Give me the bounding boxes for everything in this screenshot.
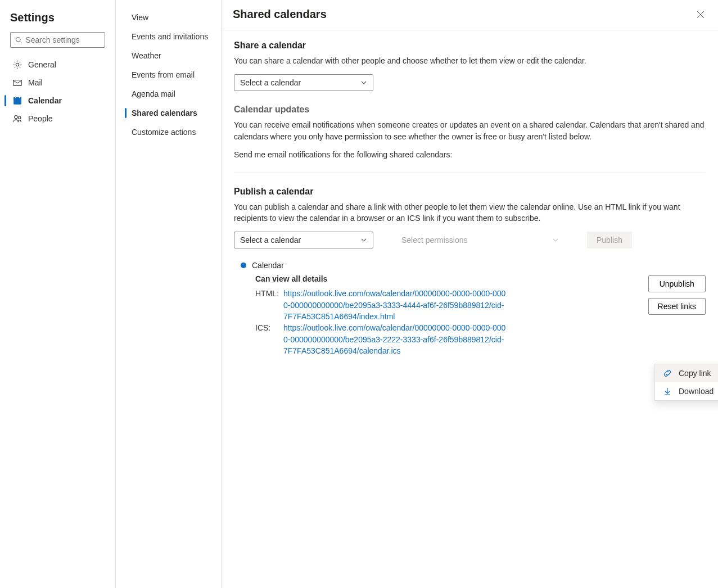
publish-desc: You can publish a calendar and share a l… bbox=[234, 201, 706, 224]
ics-label: ICS: bbox=[255, 322, 283, 356]
updates-heading: Calendar updates bbox=[234, 105, 706, 115]
nav-label: Calendar bbox=[28, 96, 62, 105]
publish-button: Publish bbox=[587, 232, 632, 248]
section-publish-calendar: Publish a calendar You can publish a cal… bbox=[234, 187, 706, 356]
context-download-label: Download bbox=[679, 387, 714, 396]
ics-link[interactable]: https://outlook.live.com/owa/calendar/00… bbox=[283, 322, 508, 356]
publish-heading: Publish a calendar bbox=[234, 187, 706, 197]
primary-nav: Settings General Mail Calendar People bbox=[0, 0, 116, 588]
nav-item-calendar[interactable]: Calendar bbox=[0, 92, 115, 110]
subnav-agenda-mail[interactable]: Agenda mail bbox=[116, 84, 221, 103]
context-download[interactable]: Download bbox=[655, 382, 718, 400]
calendar-row: Calendar bbox=[241, 261, 640, 270]
nav-label: People bbox=[28, 114, 53, 123]
ics-link-row: ICS: https://outlook.live.com/owa/calend… bbox=[241, 322, 640, 356]
subnav-events-invitations[interactable]: Events and invitations bbox=[116, 27, 221, 46]
html-label: HTML: bbox=[255, 288, 283, 322]
search-box[interactable] bbox=[10, 32, 105, 48]
svg-point-2 bbox=[16, 63, 19, 66]
nav-item-general[interactable]: General bbox=[0, 56, 115, 74]
share-heading: Share a calendar bbox=[234, 40, 706, 51]
calendar-name: Calendar bbox=[252, 261, 284, 270]
nav-label: General bbox=[28, 60, 56, 69]
updates-sub: Send me email notifications for the foll… bbox=[234, 150, 706, 159]
nav-item-people[interactable]: People bbox=[0, 110, 115, 128]
context-copy-label: Copy link bbox=[679, 369, 711, 378]
calendar-color-dot bbox=[241, 263, 246, 268]
people-icon bbox=[12, 114, 22, 124]
published-calendar-info: Calendar Can view all details HTML: http… bbox=[234, 261, 640, 356]
link-icon bbox=[663, 369, 672, 378]
publish-controls: Select a calendar Select permissions Pub… bbox=[234, 232, 706, 248]
calendar-icon bbox=[12, 96, 22, 106]
calendar-permission: Can view all details bbox=[241, 274, 640, 283]
publish-permissions-dropdown: Select permissions bbox=[396, 232, 565, 248]
content-pane: Shared calendars Share a calendar You ca… bbox=[222, 0, 718, 588]
subnav-weather[interactable]: Weather bbox=[116, 46, 221, 65]
nav-label: Mail bbox=[28, 78, 43, 87]
svg-rect-5 bbox=[14, 98, 21, 100]
section-calendar-updates: Calendar updates You can receive email n… bbox=[234, 105, 706, 159]
subnav-shared-calendars[interactable]: Shared calendars bbox=[116, 103, 221, 123]
html-link-row: HTML: https://outlook.live.com/owa/calen… bbox=[241, 288, 640, 322]
updates-desc: You can receive email notifications when… bbox=[234, 119, 706, 142]
svg-point-9 bbox=[18, 116, 21, 119]
dropdown-label: Select a calendar bbox=[240, 78, 301, 87]
close-button[interactable] bbox=[694, 8, 707, 21]
chevron-down-icon bbox=[360, 237, 367, 243]
content-body: Share a calendar You can share a calenda… bbox=[222, 30, 718, 380]
html-link[interactable]: https://outlook.live.com/owa/calendar/00… bbox=[283, 288, 508, 322]
chevron-down-icon bbox=[360, 79, 367, 86]
subnav-events-from-email[interactable]: Events from email bbox=[116, 65, 221, 84]
svg-line-1 bbox=[20, 41, 21, 43]
gear-icon bbox=[12, 60, 22, 70]
link-context-menu: Copy link Download bbox=[654, 364, 718, 401]
svg-point-0 bbox=[16, 37, 21, 42]
nav-item-mail[interactable]: Mail bbox=[0, 74, 115, 92]
search-icon bbox=[15, 36, 22, 44]
reset-links-button[interactable]: Reset links bbox=[648, 298, 706, 315]
context-copy-link[interactable]: Copy link bbox=[655, 364, 718, 382]
section-divider bbox=[234, 173, 706, 173]
secondary-nav: View Events and invitations Weather Even… bbox=[116, 0, 222, 588]
published-calendar-item: Calendar Can view all details HTML: http… bbox=[234, 261, 706, 356]
unpublish-button[interactable]: Unpublish bbox=[648, 275, 706, 292]
published-calendar-actions: Unpublish Reset links bbox=[648, 261, 706, 315]
mail-icon bbox=[12, 78, 22, 88]
page-title: Shared calendars bbox=[233, 8, 327, 21]
share-calendar-dropdown[interactable]: Select a calendar bbox=[234, 74, 373, 91]
settings-title: Settings bbox=[0, 8, 115, 32]
dropdown-label: Select permissions bbox=[401, 236, 468, 245]
section-share-calendar: Share a calendar You can share a calenda… bbox=[234, 40, 706, 91]
dropdown-label: Select a calendar bbox=[240, 236, 301, 245]
svg-point-8 bbox=[15, 116, 17, 119]
subnav-customize-actions[interactable]: Customize actions bbox=[116, 123, 221, 142]
close-icon bbox=[697, 11, 705, 19]
publish-calendar-dropdown[interactable]: Select a calendar bbox=[234, 232, 373, 248]
search-input[interactable] bbox=[25, 35, 100, 44]
download-icon bbox=[663, 387, 672, 396]
chevron-down-icon bbox=[552, 237, 559, 243]
subnav-view[interactable]: View bbox=[116, 8, 221, 27]
content-header: Shared calendars bbox=[222, 0, 718, 30]
share-desc: You can share a calendar with other peop… bbox=[234, 55, 706, 66]
